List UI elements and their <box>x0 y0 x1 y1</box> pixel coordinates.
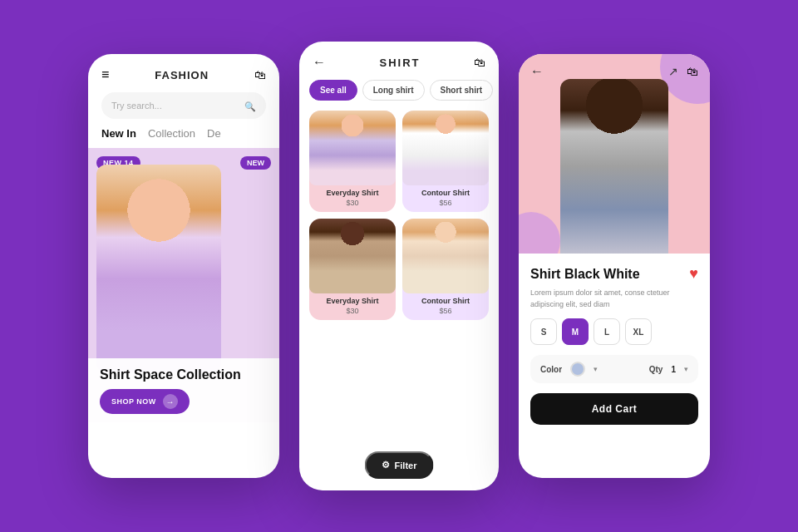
search-placeholder: Try search... <box>111 101 244 111</box>
arrow-icon: → <box>163 394 178 409</box>
qty-label: Qty <box>649 365 663 374</box>
search-bar[interactable]: Try search... <box>101 92 266 119</box>
product-price-4: $56 <box>402 305 489 320</box>
add-to-cart-button[interactable]: Add Cart <box>530 393 698 425</box>
product-item-4[interactable]: Contour Shirt $56 <box>402 219 489 320</box>
bag-icon-2[interactable] <box>474 55 485 70</box>
product-image-1 <box>309 111 396 185</box>
wishlist-icon[interactable]: ♥ <box>689 265 698 283</box>
color-picker[interactable] <box>570 362 585 377</box>
filter-icon: ⚙ <box>382 460 390 470</box>
color-chevron: ▾ <box>594 365 598 373</box>
size-xl[interactable]: XL <box>625 318 652 345</box>
product-image-3 <box>309 219 396 293</box>
product-name-2: Contour Shirt <box>402 185 489 197</box>
product-info: Shirt Black White ♥ Lorem ipsum dolor si… <box>519 254 710 436</box>
app-logo: FASHION <box>155 69 209 81</box>
page-title: SHIRT <box>380 57 421 69</box>
hero-title: Shirt Space Collection <box>100 367 268 382</box>
filter-tabs: See all Long shirt Short shirt <box>299 80 499 111</box>
product-item-2[interactable]: Contour Shirt $56 <box>402 111 489 212</box>
qty-value: 1 <box>671 365 676 374</box>
product-name-4: Contour Shirt <box>402 293 489 305</box>
phone2-header: SHIRT <box>299 42 499 80</box>
phone1-header: FASHION <box>88 54 279 89</box>
color-qty-options: Color ▾ Qty 1 ▾ <box>530 355 698 383</box>
new-badge-2: NEW <box>240 156 271 170</box>
size-s[interactable]: S <box>530 318 557 345</box>
product-title-row: Shirt Black White ♥ <box>530 265 698 283</box>
nav-item-deals[interactable]: De <box>207 127 221 140</box>
product-name-3: Everyday Shirt <box>309 293 396 305</box>
phone-detail: Shirt Black White ♥ Lorem ipsum dolor si… <box>519 54 710 478</box>
product-grid: Everyday Shirt $30 Contour Shirt $56 Eve… <box>299 111 499 320</box>
bag-icon-3[interactable] <box>687 64 698 79</box>
filter-short-shirt[interactable]: Short shirt <box>430 80 494 101</box>
qty-chevron: ▾ <box>684 365 688 373</box>
nav-tabs: New In Collection De <box>88 127 279 148</box>
filter-see-all[interactable]: See all <box>309 80 357 101</box>
filter-label: Filter <box>395 461 417 470</box>
filter-long-shirt[interactable]: Long shirt <box>362 80 425 101</box>
back-icon-3[interactable] <box>530 64 544 79</box>
size-l[interactable]: L <box>594 318 620 345</box>
phone-home: FASHION Try search... New In Collection … <box>88 54 279 478</box>
product-description: Lorem ipsum dolor sit amet, conse ctetue… <box>530 288 698 310</box>
product-person <box>548 71 681 254</box>
hero-person-image <box>96 165 221 372</box>
bag-icon[interactable] <box>254 67 266 82</box>
product-price-3: $30 <box>309 305 396 320</box>
product-price-2: $56 <box>402 197 489 212</box>
product-title: Shirt Black White <box>530 267 640 282</box>
hamburger-icon[interactable] <box>101 67 109 82</box>
shop-now-button[interactable]: SHOP NOW → <box>100 389 190 414</box>
nav-item-new-in[interactable]: New In <box>101 127 136 140</box>
color-label: Color <box>540 365 562 374</box>
filter-button[interactable]: ⚙ Filter <box>365 451 434 479</box>
hero-section: NEW 14 NEW Shirt Space Collection SHOP N… <box>88 148 279 422</box>
product-item-1[interactable]: Everyday Shirt $30 <box>309 111 396 212</box>
hero-bottom: Shirt Space Collection SHOP NOW → <box>88 358 279 422</box>
product-image-2 <box>402 111 489 185</box>
product-hero <box>519 54 710 254</box>
product-price-1: $30 <box>309 197 396 212</box>
search-icon <box>244 98 256 113</box>
phone-listing: SHIRT See all Long shirt Short shirt Eve… <box>299 42 499 490</box>
product-name-1: Everyday Shirt <box>309 185 396 197</box>
product-item-3[interactable]: Everyday Shirt $30 <box>309 219 396 320</box>
size-m[interactable]: M <box>562 318 589 345</box>
product-image-4 <box>402 219 489 293</box>
nav-item-collection[interactable]: Collection <box>148 127 195 140</box>
size-selector: S M L XL <box>530 318 698 345</box>
back-icon[interactable] <box>313 55 326 70</box>
